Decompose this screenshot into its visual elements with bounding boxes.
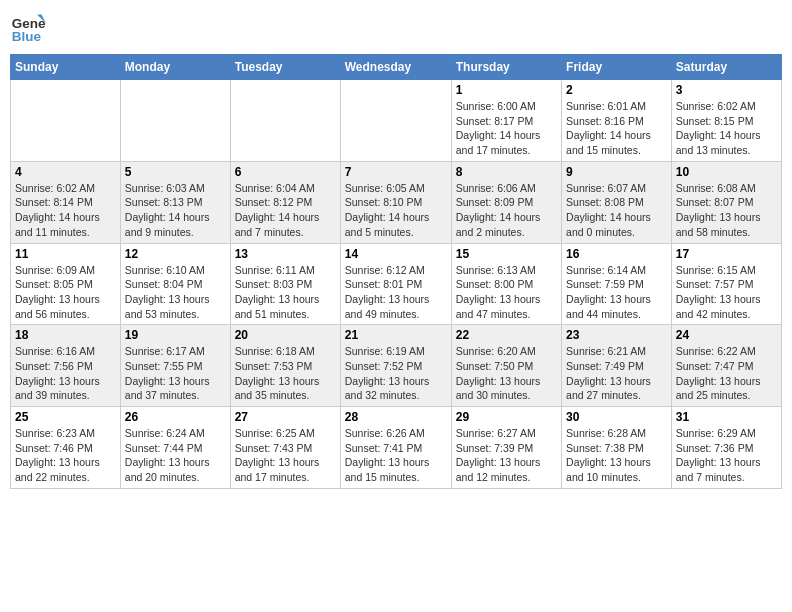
day-info: Sunrise: 6:07 AMSunset: 8:08 PMDaylight:…	[566, 181, 667, 240]
day-number: 12	[125, 247, 226, 261]
calendar-cell: 2Sunrise: 6:01 AMSunset: 8:16 PMDaylight…	[562, 80, 672, 162]
day-info: Sunrise: 6:16 AMSunset: 7:56 PMDaylight:…	[15, 344, 116, 403]
calendar-header-row: SundayMondayTuesdayWednesdayThursdayFrid…	[11, 55, 782, 80]
calendar-cell: 10Sunrise: 6:08 AMSunset: 8:07 PMDayligh…	[671, 161, 781, 243]
day-number: 8	[456, 165, 557, 179]
calendar-cell: 20Sunrise: 6:18 AMSunset: 7:53 PMDayligh…	[230, 325, 340, 407]
day-number: 19	[125, 328, 226, 342]
calendar-cell: 26Sunrise: 6:24 AMSunset: 7:44 PMDayligh…	[120, 407, 230, 489]
day-number: 16	[566, 247, 667, 261]
day-number: 11	[15, 247, 116, 261]
day-number: 17	[676, 247, 777, 261]
calendar-cell: 28Sunrise: 6:26 AMSunset: 7:41 PMDayligh…	[340, 407, 451, 489]
calendar-cell: 8Sunrise: 6:06 AMSunset: 8:09 PMDaylight…	[451, 161, 561, 243]
day-info: Sunrise: 6:13 AMSunset: 8:00 PMDaylight:…	[456, 263, 557, 322]
calendar-cell: 21Sunrise: 6:19 AMSunset: 7:52 PMDayligh…	[340, 325, 451, 407]
calendar-cell: 25Sunrise: 6:23 AMSunset: 7:46 PMDayligh…	[11, 407, 121, 489]
calendar-cell: 15Sunrise: 6:13 AMSunset: 8:00 PMDayligh…	[451, 243, 561, 325]
calendar-cell: 5Sunrise: 6:03 AMSunset: 8:13 PMDaylight…	[120, 161, 230, 243]
calendar-cell: 17Sunrise: 6:15 AMSunset: 7:57 PMDayligh…	[671, 243, 781, 325]
day-number: 14	[345, 247, 447, 261]
day-info: Sunrise: 6:24 AMSunset: 7:44 PMDaylight:…	[125, 426, 226, 485]
day-info: Sunrise: 6:06 AMSunset: 8:09 PMDaylight:…	[456, 181, 557, 240]
column-header-tuesday: Tuesday	[230, 55, 340, 80]
day-number: 5	[125, 165, 226, 179]
day-info: Sunrise: 6:11 AMSunset: 8:03 PMDaylight:…	[235, 263, 336, 322]
day-number: 26	[125, 410, 226, 424]
day-info: Sunrise: 6:19 AMSunset: 7:52 PMDaylight:…	[345, 344, 447, 403]
day-info: Sunrise: 6:22 AMSunset: 7:47 PMDaylight:…	[676, 344, 777, 403]
day-number: 9	[566, 165, 667, 179]
calendar-week-row: 4Sunrise: 6:02 AMSunset: 8:14 PMDaylight…	[11, 161, 782, 243]
column-header-monday: Monday	[120, 55, 230, 80]
day-number: 31	[676, 410, 777, 424]
calendar-cell: 9Sunrise: 6:07 AMSunset: 8:08 PMDaylight…	[562, 161, 672, 243]
day-number: 2	[566, 83, 667, 97]
calendar-cell: 11Sunrise: 6:09 AMSunset: 8:05 PMDayligh…	[11, 243, 121, 325]
day-number: 18	[15, 328, 116, 342]
column-header-sunday: Sunday	[11, 55, 121, 80]
calendar-cell: 6Sunrise: 6:04 AMSunset: 8:12 PMDaylight…	[230, 161, 340, 243]
calendar-week-row: 11Sunrise: 6:09 AMSunset: 8:05 PMDayligh…	[11, 243, 782, 325]
day-number: 21	[345, 328, 447, 342]
day-number: 25	[15, 410, 116, 424]
day-info: Sunrise: 6:05 AMSunset: 8:10 PMDaylight:…	[345, 181, 447, 240]
day-info: Sunrise: 6:04 AMSunset: 8:12 PMDaylight:…	[235, 181, 336, 240]
calendar-cell: 18Sunrise: 6:16 AMSunset: 7:56 PMDayligh…	[11, 325, 121, 407]
calendar-cell: 4Sunrise: 6:02 AMSunset: 8:14 PMDaylight…	[11, 161, 121, 243]
day-info: Sunrise: 6:09 AMSunset: 8:05 PMDaylight:…	[15, 263, 116, 322]
day-info: Sunrise: 6:08 AMSunset: 8:07 PMDaylight:…	[676, 181, 777, 240]
calendar-week-row: 1Sunrise: 6:00 AMSunset: 8:17 PMDaylight…	[11, 80, 782, 162]
calendar-cell: 30Sunrise: 6:28 AMSunset: 7:38 PMDayligh…	[562, 407, 672, 489]
day-info: Sunrise: 6:02 AMSunset: 8:14 PMDaylight:…	[15, 181, 116, 240]
day-info: Sunrise: 6:17 AMSunset: 7:55 PMDaylight:…	[125, 344, 226, 403]
day-info: Sunrise: 6:28 AMSunset: 7:38 PMDaylight:…	[566, 426, 667, 485]
calendar-cell	[120, 80, 230, 162]
day-number: 1	[456, 83, 557, 97]
calendar-cell: 16Sunrise: 6:14 AMSunset: 7:59 PMDayligh…	[562, 243, 672, 325]
column-header-saturday: Saturday	[671, 55, 781, 80]
day-info: Sunrise: 6:27 AMSunset: 7:39 PMDaylight:…	[456, 426, 557, 485]
day-number: 4	[15, 165, 116, 179]
day-number: 28	[345, 410, 447, 424]
day-number: 22	[456, 328, 557, 342]
calendar-cell: 12Sunrise: 6:10 AMSunset: 8:04 PMDayligh…	[120, 243, 230, 325]
day-info: Sunrise: 6:14 AMSunset: 7:59 PMDaylight:…	[566, 263, 667, 322]
calendar-cell: 24Sunrise: 6:22 AMSunset: 7:47 PMDayligh…	[671, 325, 781, 407]
day-info: Sunrise: 6:29 AMSunset: 7:36 PMDaylight:…	[676, 426, 777, 485]
day-number: 27	[235, 410, 336, 424]
day-number: 3	[676, 83, 777, 97]
calendar-cell: 29Sunrise: 6:27 AMSunset: 7:39 PMDayligh…	[451, 407, 561, 489]
column-header-friday: Friday	[562, 55, 672, 80]
calendar-cell: 31Sunrise: 6:29 AMSunset: 7:36 PMDayligh…	[671, 407, 781, 489]
day-number: 6	[235, 165, 336, 179]
calendar-cell: 23Sunrise: 6:21 AMSunset: 7:49 PMDayligh…	[562, 325, 672, 407]
day-info: Sunrise: 6:12 AMSunset: 8:01 PMDaylight:…	[345, 263, 447, 322]
day-number: 13	[235, 247, 336, 261]
day-number: 29	[456, 410, 557, 424]
day-info: Sunrise: 6:02 AMSunset: 8:15 PMDaylight:…	[676, 99, 777, 158]
day-number: 10	[676, 165, 777, 179]
day-info: Sunrise: 6:03 AMSunset: 8:13 PMDaylight:…	[125, 181, 226, 240]
day-info: Sunrise: 6:00 AMSunset: 8:17 PMDaylight:…	[456, 99, 557, 158]
calendar-table: SundayMondayTuesdayWednesdayThursdayFrid…	[10, 54, 782, 489]
calendar-cell	[230, 80, 340, 162]
calendar-cell: 1Sunrise: 6:00 AMSunset: 8:17 PMDaylight…	[451, 80, 561, 162]
day-info: Sunrise: 6:18 AMSunset: 7:53 PMDaylight:…	[235, 344, 336, 403]
day-number: 7	[345, 165, 447, 179]
svg-text:Blue: Blue	[12, 29, 42, 44]
calendar-cell: 13Sunrise: 6:11 AMSunset: 8:03 PMDayligh…	[230, 243, 340, 325]
calendar-cell: 19Sunrise: 6:17 AMSunset: 7:55 PMDayligh…	[120, 325, 230, 407]
logo-icon: General Blue	[10, 10, 46, 46]
calendar-cell: 7Sunrise: 6:05 AMSunset: 8:10 PMDaylight…	[340, 161, 451, 243]
logo: General Blue	[10, 10, 46, 46]
day-number: 30	[566, 410, 667, 424]
calendar-cell: 14Sunrise: 6:12 AMSunset: 8:01 PMDayligh…	[340, 243, 451, 325]
day-info: Sunrise: 6:10 AMSunset: 8:04 PMDaylight:…	[125, 263, 226, 322]
day-info: Sunrise: 6:20 AMSunset: 7:50 PMDaylight:…	[456, 344, 557, 403]
day-info: Sunrise: 6:26 AMSunset: 7:41 PMDaylight:…	[345, 426, 447, 485]
calendar-cell: 3Sunrise: 6:02 AMSunset: 8:15 PMDaylight…	[671, 80, 781, 162]
day-info: Sunrise: 6:23 AMSunset: 7:46 PMDaylight:…	[15, 426, 116, 485]
day-number: 24	[676, 328, 777, 342]
column-header-thursday: Thursday	[451, 55, 561, 80]
